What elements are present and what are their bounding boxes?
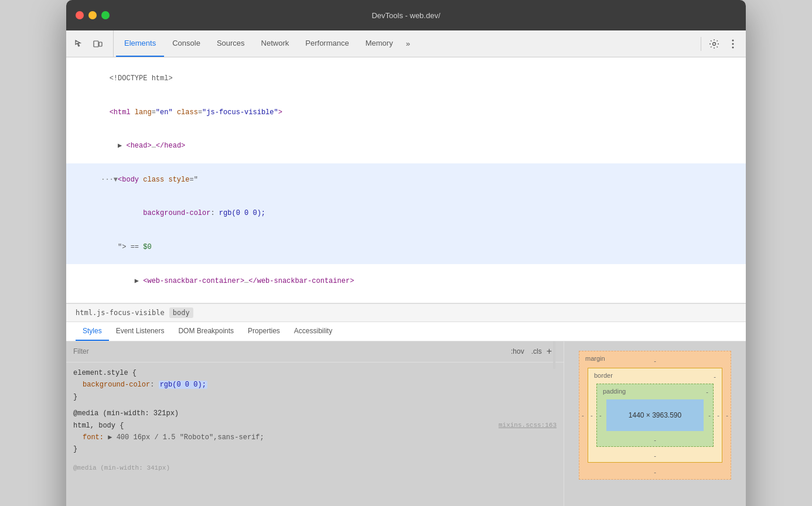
- add-style-button[interactable]: +: [547, 346, 552, 357]
- padding-bottom-value: -: [654, 436, 656, 443]
- tab-dom-breakpoints[interactable]: DOM Breakpoints: [171, 322, 241, 341]
- tab-memory[interactable]: Memory: [357, 30, 401, 57]
- box-model-panel: margin - - - - border - paddi: [564, 341, 746, 506]
- style-property-font[interactable]: font: ▶ 400 16px / 1.5 "Roboto",sans-ser…: [73, 432, 557, 443]
- border-left-value: -: [591, 412, 593, 419]
- styles-content: element.style { background-color: rgb(0 …: [66, 363, 564, 506]
- filter-input[interactable]: [73, 347, 509, 355]
- svg-point-4: [732, 43, 734, 45]
- margin-box: margin - - - - border - paddi: [579, 351, 731, 480]
- margin-left-value: -: [582, 412, 584, 419]
- style-property-bg[interactable]: background-color: rgb(0 0 0);: [73, 379, 557, 391]
- minimize-button[interactable]: [88, 11, 97, 19]
- style-close-element: }: [73, 391, 557, 403]
- tab-bar-divider: [701, 37, 701, 51]
- tab-bar-end: [698, 30, 741, 57]
- padding-right-value: -: [708, 412, 711, 419]
- device-toolbar-button[interactable]: [90, 36, 106, 52]
- tab-performance[interactable]: Performance: [297, 30, 357, 57]
- more-rules-hint: @media (min-width: 341px): [73, 460, 557, 474]
- style-rule-media: @media (min-width: 321px) html, body { m…: [73, 408, 557, 456]
- html-body-close: "> == $0: [66, 231, 746, 265]
- tab-sources[interactable]: Sources: [209, 30, 253, 57]
- maximize-button[interactable]: [101, 11, 110, 19]
- margin-bottom-value: -: [654, 469, 656, 476]
- padding-box: padding - 1440 × 3963.590 - - -: [596, 384, 714, 447]
- tab-elements[interactable]: Elements: [116, 30, 164, 57]
- style-selector-html-body: html, body { mixins.scss:163: [73, 420, 557, 432]
- traffic-lights: [76, 11, 110, 19]
- scrollbar-indicator: [553, 341, 555, 370]
- style-rule-element: element.style { background-color: rgb(0 …: [73, 367, 557, 403]
- more-options-button[interactable]: [725, 36, 741, 52]
- breadcrumb-bar: html.js-focus-visible body: [66, 303, 746, 322]
- cls-button[interactable]: .cls: [529, 346, 544, 357]
- margin-top-value: -: [654, 357, 656, 364]
- border-box: border - padding - 1440 × 3963.590 - -: [588, 368, 722, 463]
- svg-point-3: [732, 39, 734, 41]
- margin-right-value: -: [726, 412, 728, 419]
- html-body-open[interactable]: ···▼<body class style=": [66, 163, 746, 197]
- content-area: :hov .cls + element.style { background-c…: [66, 341, 746, 506]
- html-head-collapsed[interactable]: ▶ <head>…</head>: [66, 129, 746, 163]
- padding-dash: -: [706, 388, 708, 395]
- tab-styles[interactable]: Styles: [76, 322, 109, 341]
- padding-left-value: -: [599, 412, 602, 419]
- html-panel: <!DOCTYPE html> <html lang="en" class="j…: [66, 57, 746, 303]
- border-right-value: -: [717, 412, 719, 419]
- box-model: margin - - - - border - paddi: [579, 351, 731, 480]
- style-value-bg[interactable]: rgb(0 0 0);: [159, 381, 207, 389]
- tab-console[interactable]: Console: [164, 30, 209, 57]
- style-selector-element: element.style {: [73, 367, 557, 379]
- margin-label: margin: [585, 355, 605, 362]
- tab-properties[interactable]: Properties: [241, 322, 287, 341]
- title-bar: DevTools - web.dev/: [66, 0, 746, 30]
- inspect-element-button[interactable]: [71, 36, 87, 52]
- border-dash: -: [714, 373, 716, 380]
- window-title: DevTools - web.dev/: [371, 11, 440, 20]
- filter-buttons: :hov .cls +: [509, 346, 552, 357]
- svg-point-2: [713, 42, 716, 45]
- html-html-tag[interactable]: <html lang="en" class="js-focus-visible"…: [66, 96, 746, 130]
- tab-more-button[interactable]: »: [401, 30, 415, 57]
- styles-panel: :hov .cls + element.style { background-c…: [66, 341, 564, 506]
- devtools-window: DevTools - web.dev/ Elements Console So: [66, 0, 746, 506]
- svg-rect-0: [94, 41, 98, 47]
- tab-event-listeners[interactable]: Event Listeners: [109, 322, 172, 341]
- padding-label: padding: [603, 388, 626, 395]
- style-close-media: }: [73, 443, 557, 455]
- breadcrumb-html[interactable]: html.js-focus-visible: [76, 309, 165, 317]
- border-label: border: [594, 372, 613, 379]
- svg-rect-1: [99, 42, 102, 46]
- settings-button[interactable]: [706, 36, 722, 52]
- devtools-tab-bar: Elements Console Sources Network Perform…: [66, 30, 746, 57]
- styles-tab-bar: Styles Event Listeners DOM Breakpoints P…: [66, 322, 746, 341]
- tab-icons: [71, 30, 114, 57]
- tab-network[interactable]: Network: [253, 30, 298, 57]
- media-query: @media (min-width: 321px): [73, 408, 557, 419]
- svg-point-5: [732, 46, 734, 48]
- style-source-link[interactable]: mixins.scss:163: [499, 420, 557, 431]
- html-body-style: background-color: rgb(0 0 0);: [66, 197, 746, 231]
- html-doctype: <!DOCTYPE html>: [66, 62, 746, 96]
- close-button[interactable]: [76, 11, 84, 19]
- tab-accessibility[interactable]: Accessibility: [287, 322, 339, 341]
- breadcrumb-body[interactable]: body: [169, 307, 193, 318]
- hov-button[interactable]: :hov: [509, 346, 527, 357]
- border-bottom-value: -: [654, 452, 656, 459]
- content-box: 1440 × 3963.590: [606, 399, 704, 431]
- content-size: 1440 × 3963.590: [629, 411, 681, 419]
- html-snackbar[interactable]: ▶ <web-snackbar-container>…</web-snackba…: [66, 264, 746, 298]
- filter-bar: :hov .cls +: [66, 341, 564, 363]
